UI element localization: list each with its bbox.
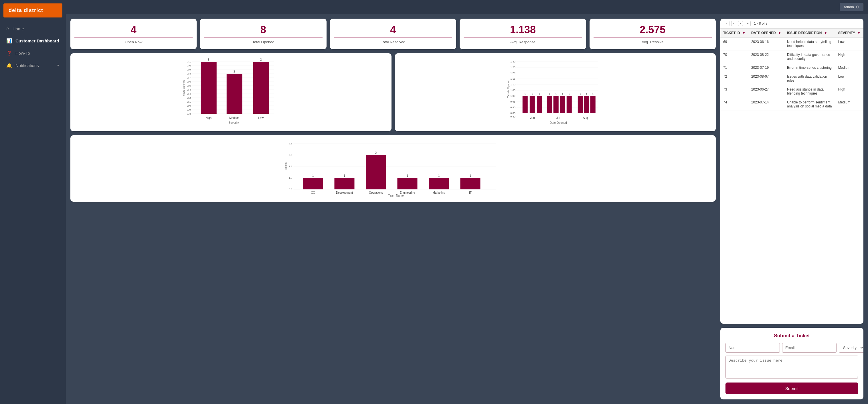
- ticket-table: TICKET ID ▼ DATE OPENED ▼ ISSUE DESCRIPT…: [720, 29, 863, 111]
- svg-rect-108: [461, 178, 480, 190]
- svg-text:Medium: Medium: [229, 116, 240, 119]
- svg-text:2.0: 2.0: [289, 153, 292, 156]
- col-date-opened[interactable]: DATE OPENED ▼: [748, 29, 784, 37]
- table-row: 73 2023-06-27 Need assistance in data bl…: [720, 85, 863, 98]
- svg-text:2.5: 2.5: [187, 84, 191, 87]
- svg-text:1: 1: [344, 174, 345, 177]
- svg-text:3.1: 3.1: [187, 60, 191, 63]
- svg-rect-68: [560, 96, 565, 113]
- svg-text:0.90: 0.90: [510, 106, 516, 109]
- main-panel: admin ⚙ 4 Open Now 8 Total Opened 4 Tota…: [66, 0, 868, 404]
- col-issue-desc[interactable]: ISSUE DESCRIPTION ▼: [784, 29, 835, 37]
- col-ticket-id-label: TICKET ID: [723, 31, 740, 35]
- svg-text:1: 1: [562, 93, 563, 95]
- severity-chart: 3.1 3.0 2.9 2.8 2.7 2.6 2.5 2.4 2.3 2.2 …: [70, 53, 392, 131]
- ticket-table-section: « ‹ › » 1 - 8 of 8 TICKET ID ▼: [720, 19, 863, 324]
- home-icon: ⌂: [6, 26, 9, 31]
- col-ticket-id[interactable]: TICKET ID ▼: [720, 29, 748, 37]
- svg-text:2.9: 2.9: [187, 68, 191, 71]
- svg-text:Operations: Operations: [369, 191, 383, 194]
- svg-text:2.6: 2.6: [187, 80, 191, 83]
- svg-text:Aug: Aug: [583, 116, 588, 119]
- svg-rect-60: [529, 96, 535, 113]
- cell-issue-desc: Need assistance in data blending techniq…: [784, 85, 835, 98]
- filter-severity-icon[interactable]: ▼: [857, 31, 861, 35]
- right-panel: « ‹ › » 1 - 8 of 8 TICKET ID ▼: [720, 19, 863, 399]
- table-nav-next[interactable]: ›: [738, 21, 743, 26]
- table-pagination: 1 - 8 of 8: [754, 22, 768, 26]
- sidebar-item-how-to[interactable]: ❓ How-To: [2, 48, 64, 59]
- cell-date-opened: 2023-08-22: [748, 51, 784, 63]
- filter-issue-icon[interactable]: ▼: [824, 31, 827, 35]
- svg-text:1.10: 1.10: [510, 83, 516, 86]
- svg-text:High: High: [206, 116, 212, 119]
- svg-text:2.3: 2.3: [187, 92, 191, 95]
- svg-text:2.0: 2.0: [187, 104, 191, 107]
- table-nav-last[interactable]: »: [745, 21, 750, 26]
- description-textarea[interactable]: [725, 355, 858, 378]
- cell-ticket-id: 72: [720, 72, 748, 85]
- svg-text:2.5: 2.5: [289, 142, 292, 145]
- table-nav-prev[interactable]: ‹: [731, 21, 736, 26]
- svg-rect-58: [522, 96, 527, 113]
- chart-icon: 📊: [6, 38, 12, 44]
- sidebar-nav: ⌂ Home 📊 Customer Dashboard ❓ How-To 🔔 N…: [0, 23, 66, 71]
- svg-text:1: 1: [538, 93, 540, 95]
- table-nav-first[interactable]: «: [724, 21, 730, 26]
- stat-label-avg-response: Avg. Response: [464, 37, 582, 44]
- bell-icon: 🔔: [6, 63, 12, 68]
- svg-text:0.5: 0.5: [289, 188, 292, 191]
- sidebar: delta district ⌂ Home 📊 Customer Dashboa…: [0, 0, 66, 404]
- severity-select[interactable]: Severity Low Medium High: [839, 343, 863, 353]
- sidebar-item-customer-dashboard[interactable]: 📊 Customer Dashboard: [2, 35, 64, 47]
- svg-text:1: 1: [407, 174, 408, 177]
- svg-text:Tickets Opened: Tickets Opened: [182, 80, 185, 98]
- col-date-label: DATE OPENED: [751, 31, 776, 35]
- cell-date-opened: 2023-07-14: [748, 98, 784, 111]
- table-scroll[interactable]: TICKET ID ▼ DATE OPENED ▼ ISSUE DESCRIPT…: [720, 29, 863, 324]
- svg-text:Team Name: Team Name: [389, 194, 404, 197]
- svg-text:2.8: 2.8: [187, 72, 191, 75]
- svg-rect-70: [566, 96, 571, 113]
- severity-chart-svg: 3.1 3.0 2.9 2.8 2.7 2.6 2.5 2.4 2.3 2.2 …: [74, 57, 388, 126]
- admin-label: admin: [844, 5, 854, 9]
- cell-severity: Low: [835, 37, 863, 51]
- svg-text:2: 2: [234, 70, 235, 73]
- filter-ticket-id-icon[interactable]: ▼: [742, 31, 745, 35]
- svg-text:CX: CX: [311, 191, 315, 194]
- stat-label-total-opened: Total Opened: [204, 37, 322, 44]
- cell-issue-desc: Error in time-series clustering: [784, 63, 835, 72]
- sidebar-item-home[interactable]: ⌂ Home: [2, 23, 64, 34]
- col-issue-label: ISSUE DESCRIPTION: [787, 31, 822, 35]
- col-severity[interactable]: SEVERITY ▼: [835, 29, 863, 37]
- svg-text:Jun: Jun: [530, 116, 535, 119]
- sidebar-item-notifications[interactable]: 🔔 Notifications ▼: [2, 60, 64, 71]
- email-input[interactable]: [782, 343, 837, 353]
- admin-button[interactable]: admin ⚙: [840, 3, 863, 11]
- help-icon: ❓: [6, 51, 12, 56]
- stat-label-total-resolved: Total Resolved: [334, 37, 452, 44]
- svg-text:1: 1: [524, 93, 526, 95]
- svg-text:1.15: 1.15: [510, 77, 516, 80]
- svg-text:2.2: 2.2: [187, 96, 191, 99]
- cell-date-opened: 2023-06-27: [748, 85, 784, 98]
- stat-cards: 4 Open Now 8 Total Opened 4 Total Resolv…: [70, 19, 716, 49]
- filter-date-icon[interactable]: ▼: [778, 31, 781, 35]
- name-input[interactable]: [725, 343, 780, 353]
- table-row: 71 2023-07-19 Error in time-series clust…: [720, 63, 863, 72]
- svg-text:Development: Development: [336, 191, 353, 194]
- svg-rect-96: [335, 178, 354, 190]
- left-panel: 4 Open Now 8 Total Opened 4 Total Resolv…: [70, 19, 716, 399]
- topbar: admin ⚙: [66, 0, 868, 14]
- svg-text:1.05: 1.05: [510, 89, 516, 92]
- stat-value-avg-resolve: 2.575: [593, 24, 712, 36]
- svg-text:0.80: 0.80: [510, 115, 516, 118]
- svg-rect-76: [590, 96, 595, 113]
- svg-text:1: 1: [592, 93, 593, 95]
- cell-severity: High: [835, 51, 863, 63]
- bar-medium: [227, 74, 242, 114]
- cell-ticket-id: 69: [720, 37, 748, 51]
- submit-button[interactable]: Submit: [725, 382, 858, 394]
- cell-date-opened: 2023-08-07: [748, 72, 784, 85]
- svg-text:2.7: 2.7: [187, 76, 191, 79]
